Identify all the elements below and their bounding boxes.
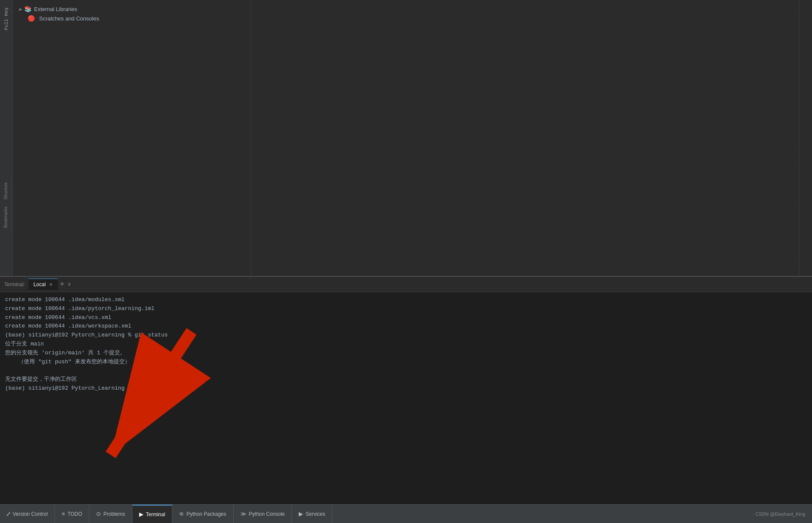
todo-icon: ≡	[62, 511, 65, 517]
terminal-tab[interactable]: ▶ Terminal	[132, 505, 172, 523]
terminal-tab-label: Terminal	[146, 512, 165, 517]
terminal-tab-bar: Terminal: Local ✕ + ∨	[0, 277, 812, 292]
terminal-add-tab-button[interactable]: +	[60, 280, 64, 289]
terminal-tab-close-icon[interactable]: ✕	[49, 282, 53, 287]
editor-area	[251, 0, 812, 276]
todo-label: TODO	[68, 511, 82, 517]
external-libraries-label: External Libraries	[34, 6, 77, 12]
terminal-tab-local[interactable]: Local ✕	[29, 279, 58, 290]
terminal-line: (base) sitianyi@192 Pytorch_Learning % g…	[5, 331, 807, 340]
main-container: Pull Req ▶ 📚 External Libraries 🔴 Scratc…	[0, 0, 812, 523]
scratches-consoles-item[interactable]: 🔴 Scratches and Consoles	[13, 14, 251, 23]
python-packages-icon: ≋	[179, 511, 184, 517]
python-console-tab[interactable]: ≫ Python Console	[234, 505, 292, 523]
external-libraries-item[interactable]: ▶ 📚 External Libraries	[13, 4, 251, 14]
problems-icon: ⊙	[96, 511, 101, 517]
terminal-line: create mode 100644 .idea/workspace.xml	[5, 322, 807, 331]
statusbar-right-text: CSDN @Elephant_King	[749, 505, 812, 523]
terminal-line: （使用 "git push" 来发布您的本地提交）	[5, 358, 807, 367]
terminal-icon: ▶	[139, 511, 143, 517]
top-area: Pull Req ▶ 📚 External Libraries 🔴 Scratc…	[0, 0, 812, 276]
terminal-line: create mode 100644 .idea/vcs.xml	[5, 313, 807, 322]
version-control-icon: ⑇	[7, 511, 10, 517]
structure-tab[interactable]: Structure	[2, 179, 10, 203]
pull-req-tab[interactable]: Pull Req	[2, 4, 11, 34]
terminal-prompt-line: (base) sitianyi@192 Pytorch_Learning %	[5, 384, 807, 393]
terminal-label: Terminal:	[4, 282, 25, 287]
terminal-line: create mode 100644 .idea/modules.xml	[5, 296, 807, 305]
problems-label: Problems	[103, 511, 125, 517]
bottom-statusbar: ⑇ Version Control ≡ TODO ⊙ Problems ▶ Te…	[0, 504, 812, 523]
version-control-label: Version Control	[13, 511, 48, 517]
terminal-tab-local-label: Local	[34, 282, 46, 287]
version-control-tab[interactable]: ⑇ Version Control	[0, 505, 55, 523]
python-console-label: Python Console	[249, 511, 285, 517]
terminal-line: 您的分支领先 'origin/main' 共 1 个提交。	[5, 349, 807, 358]
services-label: Services	[306, 511, 325, 517]
problems-tab[interactable]: ⊙ Problems	[89, 505, 132, 523]
csdn-attribution: CSDN @Elephant_King	[755, 512, 805, 517]
services-icon: ▶	[299, 511, 303, 517]
terminal-line: 无文件要提交，干净的工作区	[5, 375, 807, 384]
todo-tab[interactable]: ≡ TODO	[55, 505, 89, 523]
python-packages-tab[interactable]: ≋ Python Packages	[172, 505, 233, 523]
dashed-separator	[799, 0, 799, 276]
python-packages-label: Python Packages	[186, 511, 226, 517]
terminal-line	[5, 366, 807, 375]
file-tree-sidebar: ▶ 📚 External Libraries 🔴 Scratches and C…	[13, 0, 251, 276]
terminal-line: 位于分支 main	[5, 340, 807, 349]
services-tab[interactable]: ▶ Services	[292, 505, 332, 523]
terminal-cursor	[134, 385, 138, 391]
left-tabs: Pull Req	[0, 0, 13, 276]
scratches-consoles-label: Scratches and Consoles	[39, 15, 99, 22]
scratches-icon: 🔴	[28, 15, 35, 22]
terminal-dropdown-button[interactable]: ∨	[68, 281, 71, 287]
bottom-panel: Terminal: Local ✕ + ∨ create mode 100644…	[0, 276, 812, 523]
bookmarks-tab[interactable]: Bookmarks	[2, 203, 10, 231]
expand-arrow-icon: ▶	[19, 7, 23, 11]
terminal-line: create mode 100644 .idea/pytorch_learnin…	[5, 305, 807, 313]
library-icon: 📚	[24, 6, 31, 12]
terminal-content[interactable]: create mode 100644 .idea/modules.xml cre…	[0, 292, 812, 504]
python-console-icon: ≫	[240, 511, 246, 517]
left-side-panel: Structure Bookmarks	[0, 179, 12, 231]
